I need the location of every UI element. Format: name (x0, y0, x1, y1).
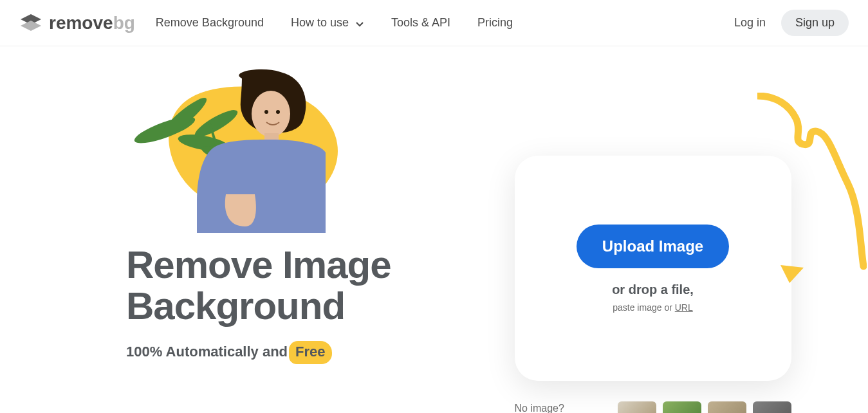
chevron-down-icon (355, 19, 364, 28)
paste-url-link[interactable]: URL (675, 302, 693, 313)
upload-card[interactable]: Upload Image or drop a file, paste image… (515, 156, 791, 381)
decorative-triangle-icon (780, 265, 804, 284)
header-auth: Log in Sign up (734, 10, 849, 36)
main-content: Remove Image Background 100% Automatical… (0, 46, 868, 413)
hero-illustration (126, 66, 345, 233)
paste-hint: paste image or URL (613, 302, 693, 313)
svg-point-9 (264, 110, 268, 114)
hero-title-line2: Background (126, 284, 345, 327)
sample-row: No image? (515, 401, 791, 413)
svg-point-10 (276, 110, 280, 114)
sample-thumbnails (618, 401, 791, 413)
drop-file-text: or drop a file, (612, 282, 694, 297)
hero-title: Remove Image Background (126, 244, 438, 327)
logo-text-primary: remove (49, 13, 113, 33)
svg-marker-12 (780, 265, 804, 283)
free-badge: Free (295, 344, 325, 360)
nav-remove-background[interactable]: Remove Background (156, 16, 264, 30)
sample-thumb-1[interactable] (618, 401, 656, 413)
header: removebg Remove Background How to use To… (0, 0, 868, 46)
logo-text-secondary: bg (113, 13, 135, 33)
upload-image-button[interactable]: Upload Image (577, 225, 729, 268)
hero-title-line1: Remove Image (126, 243, 391, 286)
svg-marker-1 (21, 21, 41, 31)
upload-section: Upload Image or drop a file, paste image… (438, 66, 868, 413)
paste-prefix: paste image or (613, 302, 675, 313)
stack-icon (19, 12, 42, 35)
hero-sub-prefix: 100% Automatically and (126, 344, 288, 360)
nav-pricing[interactable]: Pricing (477, 16, 513, 30)
signup-button[interactable]: Sign up (781, 10, 849, 36)
sample-thumb-4[interactable] (753, 401, 791, 413)
svg-point-8 (252, 91, 290, 137)
sample-thumb-3[interactable] (708, 401, 746, 413)
sample-thumb-2[interactable] (663, 401, 701, 413)
hero-section: Remove Image Background 100% Automatical… (0, 66, 438, 413)
nav-how-to-use[interactable]: How to use (291, 16, 364, 30)
no-image-label: No image? (515, 403, 564, 413)
nav-tools-api[interactable]: Tools & API (391, 16, 450, 30)
logo[interactable]: removebg (19, 12, 135, 35)
hero-subtitle: 100% Automatically and Free (126, 344, 438, 360)
nav-how-to-use-label: How to use (291, 16, 349, 30)
main-nav: Remove Background How to use Tools & API… (156, 16, 513, 30)
login-link[interactable]: Log in (734, 16, 766, 30)
